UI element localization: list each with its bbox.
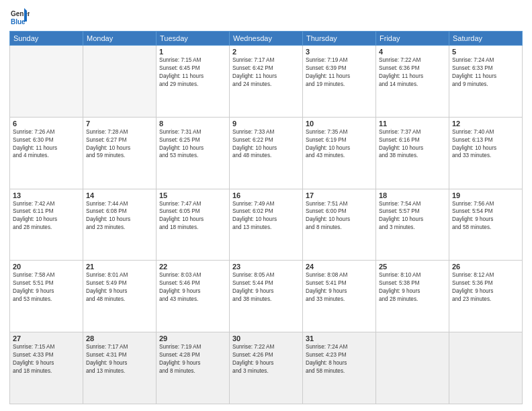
week-row-4: 20Sunrise: 7:58 AM Sunset: 5:51 PM Dayli… (10, 261, 523, 332)
day-number: 29 (159, 334, 226, 342)
calendar-cell (376, 332, 449, 404)
calendar-cell: 17Sunrise: 7:51 AM Sunset: 6:00 PM Dayli… (303, 189, 376, 261)
logo-icon: General Blue (9, 7, 30, 27)
day-header-wednesday: Wednesday (230, 32, 303, 46)
logo: General Blue (9, 7, 30, 27)
calendar-cell: 27Sunrise: 7:15 AM Sunset: 4:33 PM Dayli… (10, 332, 83, 404)
day-number: 9 (232, 120, 300, 128)
day-number: 23 (232, 263, 300, 271)
day-info: Sunrise: 8:10 AM Sunset: 5:38 PM Dayligh… (379, 271, 446, 304)
day-number: 3 (306, 48, 373, 56)
day-header-saturday: Saturday (449, 32, 523, 46)
day-number: 28 (86, 334, 153, 342)
day-header-sunday: Sunday (10, 32, 83, 46)
calendar-cell: 18Sunrise: 7:54 AM Sunset: 5:57 PM Dayli… (376, 189, 449, 261)
day-header-monday: Monday (83, 32, 157, 46)
svg-text:Blue: Blue (11, 18, 26, 26)
calendar-cell: 24Sunrise: 8:08 AM Sunset: 5:41 PM Dayli… (303, 261, 376, 332)
calendar-cell: 3Sunrise: 7:19 AM Sunset: 6:39 PM Daylig… (303, 46, 376, 118)
day-number: 7 (86, 120, 153, 128)
day-info: Sunrise: 7:35 AM Sunset: 6:19 PM Dayligh… (306, 128, 373, 161)
day-number: 1 (159, 48, 226, 56)
calendar-cell: 14Sunrise: 7:44 AM Sunset: 6:08 PM Dayli… (83, 189, 157, 261)
calendar-cell: 12Sunrise: 7:40 AM Sunset: 6:13 PM Dayli… (449, 117, 523, 189)
calendar-cell (83, 46, 157, 118)
page-header: General Blue (9, 7, 523, 27)
day-number: 25 (379, 263, 446, 271)
day-info: Sunrise: 7:15 AM Sunset: 6:45 PM Dayligh… (159, 56, 226, 89)
calendar-cell (10, 46, 83, 118)
day-number: 13 (13, 191, 80, 199)
calendar-table: SundayMondayTuesdayWednesdayThursdayFrid… (9, 31, 523, 404)
week-row-3: 13Sunrise: 7:42 AM Sunset: 6:11 PM Dayli… (10, 189, 523, 261)
calendar-cell: 11Sunrise: 7:37 AM Sunset: 6:16 PM Dayli… (376, 117, 449, 189)
day-info: Sunrise: 7:58 AM Sunset: 5:51 PM Dayligh… (13, 271, 80, 304)
calendar-cell: 30Sunrise: 7:22 AM Sunset: 4:26 PM Dayli… (230, 332, 303, 404)
day-info: Sunrise: 7:17 AM Sunset: 6:42 PM Dayligh… (232, 56, 300, 89)
calendar-cell: 31Sunrise: 7:24 AM Sunset: 4:23 PM Dayli… (303, 332, 376, 404)
calendar-cell: 25Sunrise: 8:10 AM Sunset: 5:38 PM Dayli… (376, 261, 449, 332)
day-info: Sunrise: 7:33 AM Sunset: 6:22 PM Dayligh… (232, 128, 300, 161)
day-number: 17 (306, 191, 373, 199)
week-row-5: 27Sunrise: 7:15 AM Sunset: 4:33 PM Dayli… (10, 332, 523, 404)
day-info: Sunrise: 7:15 AM Sunset: 4:33 PM Dayligh… (13, 343, 80, 375)
day-info: Sunrise: 7:37 AM Sunset: 6:16 PM Dayligh… (379, 128, 446, 161)
day-number: 19 (452, 191, 519, 199)
day-info: Sunrise: 8:05 AM Sunset: 5:44 PM Dayligh… (232, 271, 300, 304)
day-info: Sunrise: 8:03 AM Sunset: 5:46 PM Dayligh… (159, 271, 226, 304)
calendar-cell: 20Sunrise: 7:58 AM Sunset: 5:51 PM Dayli… (10, 261, 83, 332)
day-info: Sunrise: 8:12 AM Sunset: 5:36 PM Dayligh… (452, 271, 519, 304)
day-number: 11 (379, 120, 446, 128)
day-info: Sunrise: 7:22 AM Sunset: 6:36 PM Dayligh… (379, 56, 446, 89)
calendar-cell: 6Sunrise: 7:26 AM Sunset: 6:30 PM Daylig… (10, 117, 83, 189)
day-number: 2 (232, 48, 300, 56)
calendar-header-row: SundayMondayTuesdayWednesdayThursdayFrid… (10, 32, 523, 46)
calendar-cell: 26Sunrise: 8:12 AM Sunset: 5:36 PM Dayli… (449, 261, 523, 332)
calendar-cell: 2Sunrise: 7:17 AM Sunset: 6:42 PM Daylig… (230, 46, 303, 118)
day-info: Sunrise: 7:28 AM Sunset: 6:27 PM Dayligh… (86, 128, 153, 161)
day-info: Sunrise: 7:51 AM Sunset: 6:00 PM Dayligh… (306, 200, 373, 232)
calendar-cell (449, 332, 523, 404)
day-number: 12 (452, 120, 519, 128)
day-info: Sunrise: 7:22 AM Sunset: 4:26 PM Dayligh… (232, 343, 300, 375)
day-info: Sunrise: 8:08 AM Sunset: 5:41 PM Dayligh… (306, 271, 373, 304)
day-info: Sunrise: 7:49 AM Sunset: 6:02 PM Dayligh… (232, 200, 300, 232)
calendar-cell: 29Sunrise: 7:19 AM Sunset: 4:28 PM Dayli… (157, 332, 230, 404)
week-row-1: 1Sunrise: 7:15 AM Sunset: 6:45 PM Daylig… (10, 46, 523, 118)
calendar-cell: 28Sunrise: 7:17 AM Sunset: 4:31 PM Dayli… (83, 332, 157, 404)
day-number: 15 (159, 191, 226, 199)
day-info: Sunrise: 7:19 AM Sunset: 6:39 PM Dayligh… (306, 56, 373, 89)
calendar-cell: 4Sunrise: 7:22 AM Sunset: 6:36 PM Daylig… (376, 46, 449, 118)
day-number: 27 (13, 334, 80, 342)
day-number: 5 (452, 48, 519, 56)
calendar-cell: 1Sunrise: 7:15 AM Sunset: 6:45 PM Daylig… (157, 46, 230, 118)
day-number: 26 (452, 263, 519, 271)
day-info: Sunrise: 7:40 AM Sunset: 6:13 PM Dayligh… (452, 128, 519, 161)
calendar-cell: 19Sunrise: 7:56 AM Sunset: 5:54 PM Dayli… (449, 189, 523, 261)
day-number: 22 (159, 263, 226, 271)
calendar-cell: 16Sunrise: 7:49 AM Sunset: 6:02 PM Dayli… (230, 189, 303, 261)
calendar-cell: 5Sunrise: 7:24 AM Sunset: 6:33 PM Daylig… (449, 46, 523, 118)
day-number: 6 (13, 120, 80, 128)
day-info: Sunrise: 7:31 AM Sunset: 6:25 PM Dayligh… (159, 128, 226, 161)
calendar-cell: 22Sunrise: 8:03 AM Sunset: 5:46 PM Dayli… (157, 261, 230, 332)
day-number: 18 (379, 191, 446, 199)
day-info: Sunrise: 7:54 AM Sunset: 5:57 PM Dayligh… (379, 200, 446, 232)
day-number: 16 (232, 191, 300, 199)
day-number: 31 (306, 334, 373, 342)
day-number: 4 (379, 48, 446, 56)
day-header-thursday: Thursday (303, 32, 376, 46)
calendar-cell: 15Sunrise: 7:47 AM Sunset: 6:05 PM Dayli… (157, 189, 230, 261)
calendar-page: General Blue SundayMondayTuesdayWednesda… (0, 0, 532, 411)
calendar-cell: 10Sunrise: 7:35 AM Sunset: 6:19 PM Dayli… (303, 117, 376, 189)
day-info: Sunrise: 7:42 AM Sunset: 6:11 PM Dayligh… (13, 200, 80, 232)
day-number: 10 (306, 120, 373, 128)
day-number: 20 (13, 263, 80, 271)
day-info: Sunrise: 7:47 AM Sunset: 6:05 PM Dayligh… (159, 200, 226, 232)
day-number: 14 (86, 191, 153, 199)
calendar-cell: 9Sunrise: 7:33 AM Sunset: 6:22 PM Daylig… (230, 117, 303, 189)
calendar-cell: 7Sunrise: 7:28 AM Sunset: 6:27 PM Daylig… (83, 117, 157, 189)
day-number: 30 (232, 334, 300, 342)
day-number: 24 (306, 263, 373, 271)
calendar-cell: 21Sunrise: 8:01 AM Sunset: 5:49 PM Dayli… (83, 261, 157, 332)
